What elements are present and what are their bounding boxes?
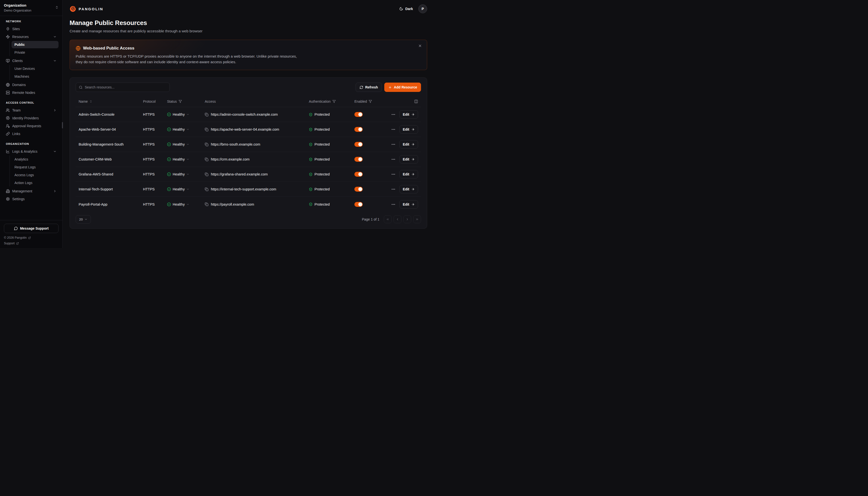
sidebar-item-settings[interactable]: Settings (4, 195, 59, 203)
status-dropdown[interactable]: Healthy (167, 112, 205, 117)
ellipsis-icon (391, 127, 396, 131)
sidebar-item-analytics[interactable]: Analytics (12, 156, 59, 163)
auth-label: Protected (315, 172, 329, 176)
sidebar-item-logs-analytics[interactable]: Logs & Analytics (4, 148, 59, 155)
status-dropdown[interactable]: Healthy (167, 202, 205, 206)
column-header-protocol[interactable]: Protocol (143, 99, 167, 104)
status-dropdown[interactable]: Healthy (167, 142, 205, 146)
status-dropdown[interactable]: Healthy (167, 187, 205, 191)
previous-page-button[interactable] (393, 215, 401, 223)
first-page-button[interactable] (384, 215, 392, 223)
support-link[interactable]: Support (4, 242, 59, 245)
enabled-toggle[interactable] (354, 187, 363, 192)
org-switcher[interactable]: Organization Demo Organization (0, 0, 62, 16)
columns-icon (414, 99, 418, 104)
copy-url-button[interactable] (205, 172, 208, 176)
resources-card: Refresh Add Resource Name Protocol Statu… (69, 77, 427, 229)
next-page-button[interactable] (403, 215, 411, 223)
actions-cell: Edit (395, 140, 418, 149)
pagination: 20 Page 1 of 1 (70, 215, 427, 223)
sidebar-item-public[interactable]: Public (12, 41, 59, 48)
row-menu-button[interactable] (391, 202, 396, 206)
resource-url[interactable]: https://payroll.example.com (211, 202, 254, 206)
copy-url-button[interactable] (205, 187, 208, 191)
copy-url-button[interactable] (205, 113, 208, 117)
avatar[interactable]: P (418, 4, 427, 13)
status-dropdown[interactable]: Healthy (167, 157, 205, 161)
status-label: Healthy (173, 187, 185, 191)
enabled-toggle[interactable] (354, 112, 363, 117)
enabled-toggle[interactable] (354, 127, 363, 132)
column-header-enabled[interactable]: Enabled (354, 99, 395, 104)
enabled-toggle[interactable] (354, 142, 363, 147)
page-size-select[interactable]: 20 (76, 215, 91, 223)
sidebar-item-user-devices[interactable]: User Devices (12, 65, 59, 72)
column-header-status[interactable]: Status (167, 99, 205, 104)
sidebar-item-links[interactable]: Links (4, 130, 59, 138)
resource-url[interactable]: https://admin-console-switch.example.com (211, 112, 278, 117)
status-label: Healthy (173, 157, 185, 161)
resource-url[interactable]: https://crm.example.com (211, 157, 250, 161)
sidebar-item-sites[interactable]: Sites (4, 25, 59, 33)
status-dropdown[interactable]: Healthy (167, 172, 205, 176)
edit-button[interactable]: Edit (400, 155, 418, 164)
sidebar-item-clients[interactable]: Clients (4, 57, 59, 64)
row-menu-button[interactable] (391, 142, 396, 146)
message-support-button[interactable]: Message Support (4, 224, 59, 233)
access-cell: https://admin-console-switch.example.com (205, 112, 309, 117)
row-menu-button[interactable] (391, 172, 396, 176)
theme-toggle[interactable]: Dark (399, 7, 413, 11)
sidebar-item-private[interactable]: Private (12, 49, 59, 56)
edit-button[interactable]: Edit (400, 140, 418, 149)
enabled-toggle[interactable] (354, 202, 363, 207)
sidebar-item-access-logs[interactable]: Access Logs (12, 171, 59, 179)
chevron-right-icon (53, 189, 57, 193)
copy-url-button[interactable] (205, 202, 208, 206)
resource-name: Apache-Web-Server-04 (79, 127, 143, 131)
resource-url[interactable]: https://grafana-shared.example.com (211, 172, 268, 176)
sidebar-item-resources[interactable]: Resources (4, 33, 59, 41)
resource-url[interactable]: https://bms-south.example.com (211, 142, 260, 146)
globe-icon (6, 83, 10, 87)
column-header-access[interactable]: Access (205, 99, 309, 104)
enabled-toggle[interactable] (354, 172, 363, 177)
sidebar-item-machines[interactable]: Machines (12, 73, 59, 80)
resource-url[interactable]: https://apache-web-server-04.example.com (211, 127, 279, 131)
sidebar-item-approval-requests[interactable]: Approval Requests (4, 122, 59, 130)
column-header-name[interactable]: Name (79, 99, 143, 104)
sidebar-item-management[interactable]: Management (4, 187, 59, 195)
table-toolbar: Refresh Add Resource (70, 82, 427, 92)
toggle-knob (358, 187, 362, 191)
enabled-toggle[interactable] (354, 157, 363, 162)
edit-button[interactable]: Edit (400, 200, 418, 208)
edit-button[interactable]: Edit (400, 110, 418, 119)
arrow-right-icon (411, 158, 415, 161)
copyright-link[interactable]: © 2026 Pangolin (4, 236, 59, 239)
sidebar-item-request-logs[interactable]: Request Logs (12, 164, 59, 171)
row-menu-button[interactable] (391, 112, 396, 117)
copy-url-button[interactable] (205, 158, 208, 161)
status-dropdown[interactable]: Healthy (167, 127, 205, 131)
sidebar-item-remote-nodes[interactable]: Remote Nodes (4, 89, 59, 96)
resource-url[interactable]: https://internal-tech-support.example.co… (211, 187, 276, 191)
search-input[interactable] (85, 85, 166, 89)
column-settings[interactable] (395, 99, 418, 104)
row-menu-button[interactable] (391, 187, 396, 191)
row-menu-button[interactable] (391, 127, 396, 131)
edit-button[interactable]: Edit (400, 125, 418, 134)
copy-url-button[interactable] (205, 128, 208, 131)
refresh-button[interactable]: Refresh (356, 82, 382, 92)
sidebar-item-team[interactable]: Team (4, 107, 59, 114)
edit-button[interactable]: Edit (400, 185, 418, 193)
column-header-authentication[interactable]: Authentication (309, 99, 354, 104)
last-page-button[interactable] (413, 215, 421, 223)
add-resource-button[interactable]: Add Resource (384, 82, 421, 92)
sidebar-item-domains[interactable]: Domains (4, 81, 59, 89)
brand-logo[interactable]: PANGOLIN (69, 6, 103, 12)
sidebar-item-action-logs[interactable]: Action Logs (12, 179, 59, 186)
copy-url-button[interactable] (205, 143, 208, 146)
close-icon[interactable] (418, 44, 422, 48)
edit-button[interactable]: Edit (400, 170, 418, 179)
sidebar-item-identity-providers[interactable]: Identity Providers (4, 114, 59, 122)
row-menu-button[interactable] (391, 157, 396, 161)
